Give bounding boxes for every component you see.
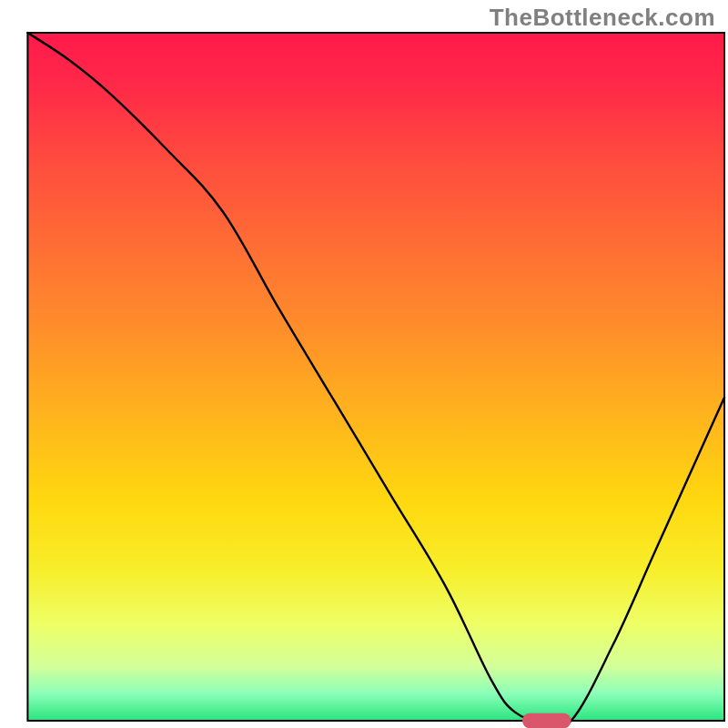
watermark-text: TheBottleneck.com: [490, 4, 715, 32]
bottleneck-chart: TheBottleneck.com: [0, 0, 728, 728]
optimal-marker: [522, 713, 571, 728]
gradient-background: [27, 33, 724, 721]
chart-svg: [0, 0, 728, 728]
